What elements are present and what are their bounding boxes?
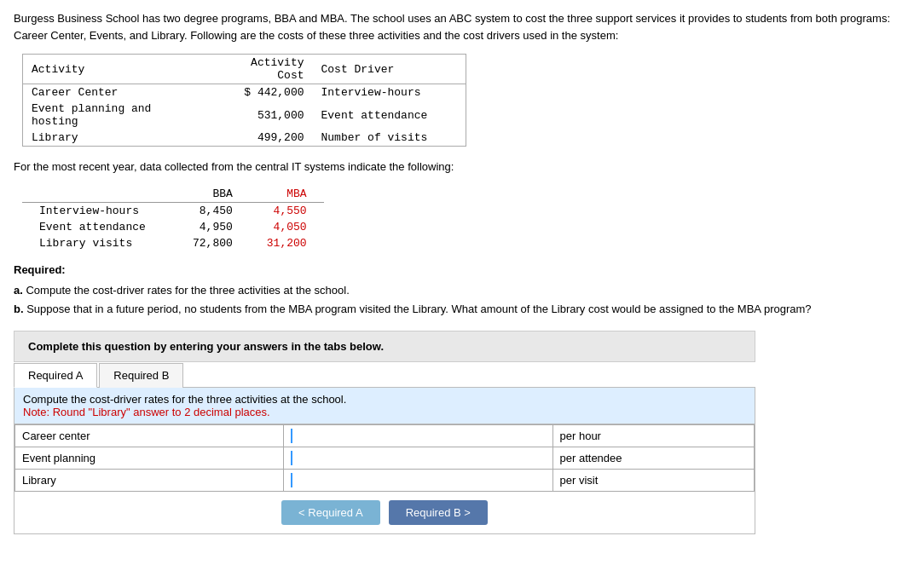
library-unit: per visit	[552, 469, 754, 491]
intro-paragraph: Burgess Business School has two degree p…	[14, 10, 900, 43]
table-row: Library visits 72,800 31,200	[22, 235, 324, 251]
tab-required-a[interactable]: Required A	[14, 363, 97, 388]
answer-row-event: Event planning per attendee	[15, 447, 755, 469]
required-item-a: a. Compute the cost-driver rates for the…	[14, 281, 900, 300]
req-a-text: Compute the cost-driver rates for the th…	[26, 284, 349, 297]
bba-value: 4,950	[176, 219, 250, 235]
library-label: Library	[15, 469, 284, 491]
midtext-paragraph: For the most recent year, data collected…	[14, 159, 900, 176]
row-label: Interview-hours	[22, 202, 176, 219]
row-label: Library visits	[22, 235, 176, 251]
tab-content: Compute the cost-driver rates for the th…	[14, 388, 755, 534]
mba-value: 31,200	[250, 235, 324, 251]
cost-driver: Interview-hours	[313, 84, 466, 101]
event-unit: per attendee	[552, 447, 754, 469]
activity-table: Activity Activity Cost Cost Driver Caree…	[22, 54, 466, 147]
career-label: Career center	[15, 424, 284, 447]
req-a-letter: a.	[14, 284, 23, 297]
event-input-cell	[284, 447, 552, 469]
row-label: Event attendance	[22, 219, 176, 235]
tab-a-header-text: Compute the cost-driver rates for the th…	[23, 393, 746, 406]
tab-pane-a: Compute the cost-driver rates for the th…	[14, 388, 755, 533]
cost-driver-col-header: Cost Driver	[313, 55, 466, 84]
required-items: a. Compute the cost-driver rates for the…	[14, 281, 900, 319]
activity-cost-col-header: Activity Cost	[211, 55, 313, 84]
table-row: Interview-hours 8,450 4,550	[22, 202, 324, 219]
nav-buttons: < Required A Required B >	[14, 492, 755, 533]
event-label: Event planning	[15, 447, 284, 469]
tab-bar: Required A Required B	[14, 362, 755, 388]
activity-col-header: Activity	[23, 55, 211, 84]
activity-cost: 499,200	[211, 130, 313, 147]
data-table: BBA MBA Interview-hours 8,450 4,550 Even…	[22, 186, 324, 251]
activity-cost: 531,000	[211, 101, 313, 130]
mba-value: 4,550	[250, 202, 324, 219]
tabs-container: Required A Required B Compute the cost-d…	[14, 362, 755, 534]
next-button[interactable]: Required B >	[389, 500, 488, 525]
career-unit: per hour	[552, 424, 754, 447]
table-row: Library 499,200 Number of visits	[23, 130, 466, 147]
cost-driver: Event attendance	[313, 101, 466, 130]
table-row: Career Center $ 442,000 Interview-hours	[23, 84, 466, 101]
instruction-box: Complete this question by entering your …	[14, 331, 755, 362]
activity-cost: $ 442,000	[211, 84, 313, 101]
activity-name: Library	[23, 130, 211, 147]
answer-row-library: Library per visit	[15, 469, 755, 491]
event-input[interactable]	[291, 451, 545, 465]
table-row: Event attendance 4,950 4,050	[22, 219, 324, 235]
answer-table: Career center per hour Event planning pe…	[14, 424, 755, 492]
library-input-cell	[284, 469, 552, 491]
activity-name: Career Center	[23, 84, 211, 101]
activity-name: Event planning and hosting	[23, 101, 211, 130]
mba-value: 4,050	[250, 219, 324, 235]
career-input-cell	[284, 424, 552, 447]
req-b-letter: b.	[14, 303, 24, 315]
library-input[interactable]	[291, 473, 545, 487]
prev-button[interactable]: < Required A	[281, 500, 380, 525]
cost-driver: Number of visits	[313, 130, 466, 147]
bba-col-header: BBA	[176, 186, 250, 203]
career-input[interactable]	[291, 429, 545, 443]
table-row: Event planning and hosting 531,000 Event…	[23, 101, 466, 130]
answer-row-career: Career center per hour	[15, 424, 755, 447]
mba-col-header: MBA	[250, 186, 324, 203]
bba-value: 8,450	[176, 202, 250, 219]
bba-value: 72,800	[176, 235, 250, 251]
required-label: Required:	[14, 263, 900, 276]
tab-a-note: Note: Round "Library" answer to 2 decima…	[23, 406, 746, 418]
required-item-b: b. Suppose that in a future period, no s…	[14, 300, 900, 319]
tab-a-header: Compute the cost-driver rates for the th…	[14, 388, 755, 424]
tab-required-b[interactable]: Required B	[99, 363, 183, 388]
req-b-text: Suppose that in a future period, no stud…	[26, 303, 811, 315]
